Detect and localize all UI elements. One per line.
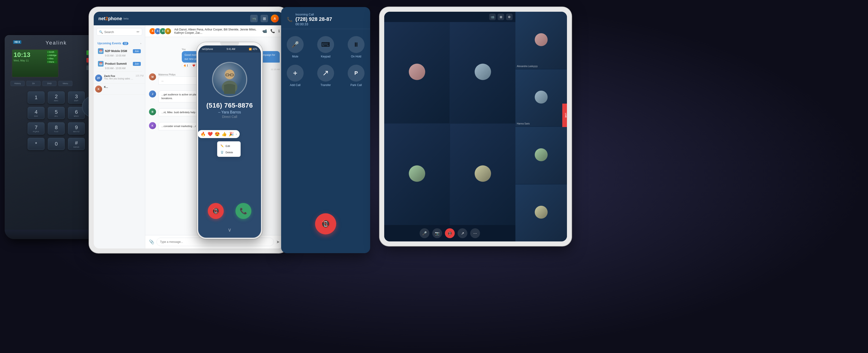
- participant-slot-4: [516, 184, 567, 242]
- nav-btn-menu[interactable]: Menu: [58, 81, 72, 86]
- msg-avatar-3: B: [149, 108, 156, 115]
- video-end-btn[interactable]: 📵: [445, 228, 455, 238]
- avatar-bill: B: [164, 28, 172, 35]
- end-call-button[interactable]: 📵: [315, 213, 336, 234]
- video-icon[interactable]: 📹: [250, 15, 258, 22]
- video-share-btn[interactable]: ↗: [458, 228, 467, 238]
- key-4[interactable]: 4GHI: [28, 107, 44, 119]
- chat-header-icons: 📹 📞 ℹ: [262, 29, 280, 33]
- phone-call-icon[interactable]: 📞: [270, 29, 275, 33]
- sidebar: 🔍 Search ✏ Upcoming Events 12 ›: [94, 25, 145, 248]
- expand-icon[interactable]: ›: [140, 42, 141, 45]
- key-2[interactable]: 2ABC: [48, 91, 65, 104]
- chat-avatar-zack: ZF: [95, 75, 102, 82]
- hd-badge: HD II: [13, 40, 21, 44]
- side-tab[interactable]: LIVE: [562, 104, 567, 127]
- attach-icon[interactable]: 📎: [149, 239, 154, 244]
- emoji-star-eyes[interactable]: 😍: [215, 131, 220, 137]
- info-icon[interactable]: ℹ: [278, 29, 280, 33]
- participant-avatar-2: [535, 91, 548, 104]
- chat-list-item-2[interactable]: K K...: [94, 84, 145, 95]
- video-cam-btn[interactable]: 📷: [432, 228, 442, 238]
- key-hash[interactable]: #SEND: [68, 138, 85, 150]
- call-action-row: Add Call Transfer P Park Call: [287, 65, 365, 87]
- phone-call-buttons: 📵 📞: [198, 203, 261, 219]
- video-more-btn[interactable]: ⋯: [470, 228, 480, 238]
- video-topbar-icon-2[interactable]: ⊞: [498, 13, 504, 20]
- key-8[interactable]: 8TUV: [48, 122, 65, 135]
- keypad-row-3: 7PQRS 8TUV 9WXYZ: [10, 122, 102, 135]
- event-time-1: 9:00 AM - 10:00 AM: [105, 54, 141, 57]
- mute-button[interactable]: 🎤 Mute: [287, 36, 304, 58]
- video-avatar-4: [475, 166, 491, 182]
- mute-icon-circle: 🎤: [287, 36, 304, 53]
- key-5[interactable]: 5JKL: [48, 107, 65, 119]
- led-off: [87, 65, 89, 70]
- search-bar[interactable]: 🔍 Search ✏: [96, 28, 142, 36]
- carrier-label: net2phone: [202, 48, 213, 50]
- context-delete[interactable]: 🗑️ Delete: [217, 149, 241, 155]
- key-7[interactable]: 7PQRS: [28, 122, 44, 135]
- transfer-button[interactable]: Transfer: [317, 65, 334, 87]
- decline-call-button[interactable]: 📵: [208, 203, 224, 219]
- emoji-fire[interactable]: 🔥: [200, 131, 206, 137]
- wifi-icon: 📶: [249, 48, 252, 50]
- onhold-button[interactable]: ⏸ On Hold: [348, 36, 365, 58]
- phone-call-area: (516) 765-8876 – Yara Barros Direct Call: [198, 53, 261, 123]
- chat-list-item-1[interactable]: ZF Zack Fox You: Are you losing sales be…: [94, 73, 145, 84]
- video-grid: [384, 22, 516, 225]
- emoji-party[interactable]: 🎉: [229, 131, 234, 137]
- reaction-fire[interactable]: 🔥 1: [182, 63, 190, 67]
- video-tile-1: [384, 22, 450, 123]
- user-avatar[interactable]: A: [271, 14, 279, 23]
- parkcall-button[interactable]: P Park Call: [348, 65, 365, 87]
- join-button-2[interactable]: Join: [133, 62, 141, 66]
- call-panel: 📞 Incoming Call (728) 928 28-87 00:00:33…: [281, 7, 370, 253]
- addcall-icon: [292, 70, 299, 77]
- chat-item-content: Zack Fox You: Are you losing sales be...: [104, 75, 134, 80]
- edit-icon: ✏️: [220, 144, 224, 147]
- join-button-1[interactable]: Join: [133, 49, 141, 53]
- video-avatar-2: [475, 64, 491, 80]
- context-menu: ✏️ Edit 🗑️ Delete: [217, 141, 241, 157]
- svg-point-1: [225, 69, 235, 79]
- context-edit[interactable]: ✏️ Edit: [217, 143, 241, 149]
- phone-screen: 10:13 Wed, May 11 ▪ Smith ▪ Aldridge ▪ A…: [12, 49, 59, 77]
- nav-btn-history[interactable]: History: [10, 81, 25, 86]
- caller-avatar: [212, 62, 247, 97]
- video-call-icon[interactable]: 📹: [262, 29, 267, 33]
- event-icon-1: 📅: [98, 48, 103, 54]
- emoji-heart[interactable]: ❤️: [208, 131, 213, 137]
- emoji-expand-icon[interactable]: ›: [236, 132, 237, 136]
- nav-btn-dir[interactable]: Dir: [27, 81, 40, 86]
- video-topbar-icon-1[interactable]: 📹: [489, 13, 496, 20]
- emoji-reaction-bar[interactable]: 🔥 ❤️ 😍 👍 🎉 ›: [198, 130, 240, 138]
- video-topbar-icon-3[interactable]: ⚙: [506, 13, 513, 20]
- accept-call-button[interactable]: 📞: [236, 203, 251, 219]
- end-call-icon: 📵: [321, 219, 330, 228]
- send-icon[interactable]: ➤: [276, 239, 280, 244]
- call-btn-row-1: 🎤 Mute ⌨ Keypad ⏸ On Hold: [287, 36, 365, 58]
- participant-avatar-1: [535, 33, 548, 46]
- grid-icon[interactable]: ⊞: [260, 15, 268, 22]
- delete-label: Delete: [226, 151, 233, 154]
- participant-avatar-4: [535, 206, 548, 219]
- participant-avatar-3: [535, 148, 548, 161]
- keypad-button[interactable]: ⌨ Keypad: [317, 36, 334, 58]
- msg-avatar-4: K: [149, 122, 156, 129]
- addcall-button[interactable]: Add Call: [287, 65, 304, 87]
- participants-text: Adi Danot, Alleen Pena, Arthur Cooper, B…: [174, 28, 259, 34]
- key-1[interactable]: 1: [28, 91, 44, 104]
- compose-icon[interactable]: ✏: [136, 30, 140, 34]
- key-star[interactable]: *: [28, 138, 44, 150]
- emoji-thumbs[interactable]: 👍: [222, 131, 227, 137]
- key-0[interactable]: 0: [48, 138, 65, 150]
- key-9[interactable]: 9WXYZ: [68, 122, 85, 135]
- call-panel-header: 📞 Incoming Call (728) 928 28-87 00:00:33: [281, 7, 370, 29]
- video-mute-btn[interactable]: 🎤: [420, 228, 429, 238]
- nav-btn-dnd[interactable]: DND: [42, 81, 57, 86]
- edit-label: Edit: [226, 145, 230, 147]
- event-name-1: N2P Mobile DSM: [105, 50, 133, 53]
- incoming-call-icon: 📞: [287, 17, 292, 22]
- contact-item: ▪ Maria: [47, 60, 57, 63]
